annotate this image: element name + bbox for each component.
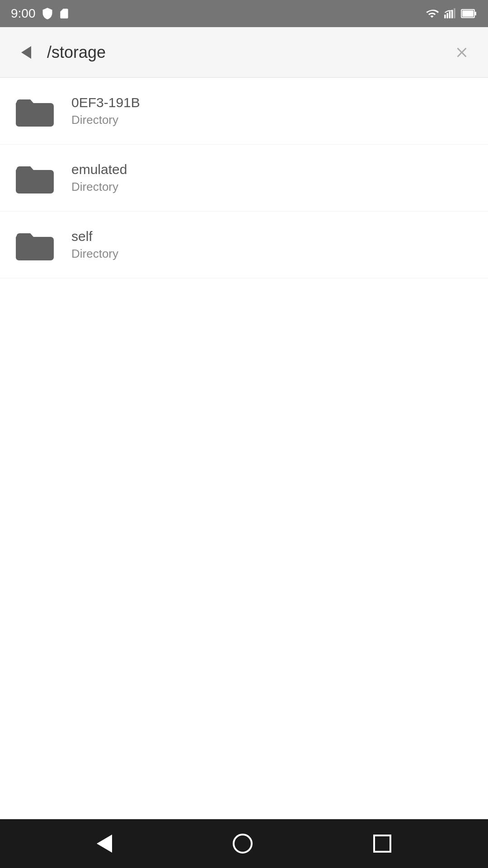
item-name: self <box>71 229 118 244</box>
status-time: 9:00 <box>11 6 36 21</box>
folder-icon <box>14 94 55 128</box>
item-type: Directory <box>71 180 127 194</box>
close-button[interactable] <box>448 39 475 66</box>
item-name: 0EF3-191B <box>71 95 140 110</box>
status-bar: 9:00 <box>0 0 488 27</box>
folder-icon <box>14 228 55 262</box>
item-info: emulated Directory <box>71 162 127 194</box>
item-info: 0EF3-191B Directory <box>71 95 140 127</box>
svg-rect-1 <box>446 13 448 19</box>
svg-rect-4 <box>454 8 455 18</box>
back-button[interactable] <box>13 39 40 66</box>
svg-rect-3 <box>451 10 453 19</box>
page-title: /storage <box>47 43 448 62</box>
item-type: Directory <box>71 113 140 127</box>
battery-icon <box>461 8 477 19</box>
svg-rect-0 <box>444 14 446 18</box>
list-item[interactable]: 0EF3-191B Directory <box>0 78 488 145</box>
nav-back-button[interactable] <box>89 827 119 860</box>
folder-icon <box>14 161 55 195</box>
list-item[interactable]: self Directory <box>0 212 488 278</box>
shield-icon <box>41 7 54 20</box>
wifi-icon <box>425 7 439 20</box>
back-arrow-icon <box>21 46 31 59</box>
nav-bar <box>0 819 488 868</box>
item-type: Directory <box>71 247 118 261</box>
nav-home-icon <box>233 834 253 854</box>
nav-back-icon <box>97 835 112 853</box>
top-bar: /storage <box>0 27 488 78</box>
nav-home-button[interactable] <box>225 826 260 861</box>
content-area: 0EF3-191B Directory emulated Directory s… <box>0 78 488 819</box>
item-name: emulated <box>71 162 127 177</box>
close-icon <box>454 44 470 61</box>
nav-recent-button[interactable] <box>366 827 399 860</box>
item-info: self Directory <box>71 229 118 261</box>
nav-recent-icon <box>373 835 391 853</box>
svg-rect-7 <box>462 10 474 17</box>
signal-icon <box>444 7 456 20</box>
svg-rect-6 <box>474 12 476 15</box>
sim-icon <box>58 8 70 19</box>
list-item[interactable]: emulated Directory <box>0 145 488 212</box>
svg-rect-2 <box>449 11 451 18</box>
